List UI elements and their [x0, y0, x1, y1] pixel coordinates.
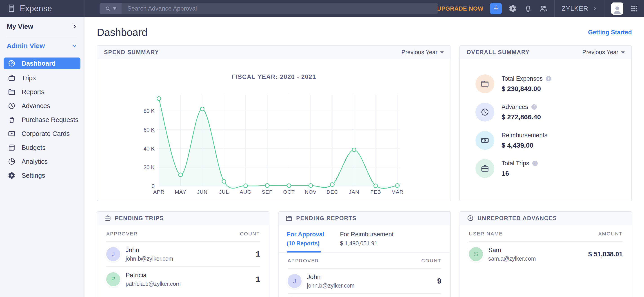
sidebar-item-label: Dashboard [22, 60, 56, 67]
org-switcher[interactable]: ZYLKER [562, 5, 597, 12]
pie-chart-icon [8, 158, 16, 166]
admin-view-label: Admin View [7, 42, 45, 50]
sidebar-item-corporate-cards[interactable]: Corporate Cards [0, 127, 84, 140]
admin-view-toggle[interactable]: Admin View [0, 36, 84, 55]
clock-icon [467, 214, 474, 222]
topbar-divider [604, 0, 604, 17]
bag-icon [8, 116, 16, 124]
approver-name: Patricia [126, 272, 181, 279]
column-user-name: USER NAME [469, 231, 503, 237]
column-amount: AMOUNT [598, 231, 623, 237]
page-title: Dashboard [97, 26, 148, 38]
search-icon [105, 6, 111, 12]
caret-down-icon [621, 52, 625, 54]
app-logo[interactable]: Expense [0, 0, 84, 17]
table-row[interactable]: P Patricia patricia.b@zylker.com 1 [97, 267, 269, 292]
avatar: J [288, 274, 302, 288]
stat-icon-wrap [476, 74, 494, 93]
briefcase-icon [480, 164, 490, 173]
receipt-logo-icon [7, 4, 16, 13]
column-count: COUNT [421, 258, 441, 264]
table-row[interactable]: J John john.b@zylker.com 1 [97, 242, 269, 266]
getting-started-link[interactable]: Getting Started [588, 29, 632, 36]
stat-value: $ 272,866.40 [502, 113, 541, 121]
sidebar-item-label: Budgets [22, 144, 46, 152]
gear-icon[interactable] [508, 4, 517, 13]
sidebar: My View Admin View Dashboard Trips Repor… [0, 17, 84, 297]
my-view-toggle[interactable]: My View [0, 17, 84, 36]
svg-text:OCT: OCT [283, 189, 295, 195]
sidebar-nav: Dashboard Trips Reports Advances Purchas… [0, 58, 84, 182]
tab-label: For Approval [287, 231, 324, 238]
svg-text:20 K: 20 K [144, 164, 154, 170]
topbar-divider [554, 0, 555, 17]
sidebar-item-reports[interactable]: Reports [0, 85, 84, 98]
table-header: USER NAME AMOUNT [460, 231, 632, 237]
stat-icon-wrap [476, 103, 494, 122]
users-icon[interactable] [539, 4, 548, 13]
sidebar-item-trips[interactable]: Trips [0, 72, 84, 84]
spend-period-label: Previous Year [402, 49, 438, 56]
info-icon[interactable]: i [532, 161, 538, 166]
sidebar-item-purchase-requests[interactable]: Purchase Requests [0, 113, 84, 126]
search-scope-dropdown[interactable] [100, 3, 122, 14]
report-count: 9 [437, 277, 441, 285]
user-name: Sam [488, 246, 536, 254]
search-scope-caret-icon [113, 8, 116, 10]
overall-summary-header: OVERALL SUMMARY Previous Year [460, 46, 632, 59]
folder-icon [285, 214, 292, 222]
clock-icon [480, 108, 490, 116]
info-icon[interactable]: i [546, 76, 551, 81]
spend-period-dropdown[interactable]: Previous Year [402, 49, 444, 56]
line-chart: 020 K40 K60 K80 KAPRMAYJUNJULAUGSEPOCTNO… [97, 59, 450, 201]
overall-summary-card: OVERALL SUMMARY Previous Year Total Expe… [459, 45, 632, 201]
svg-text:80 K: 80 K [144, 108, 154, 114]
sidebar-item-settings[interactable]: Settings [0, 169, 84, 182]
approver-name: John [307, 274, 354, 280]
tab-for-approval[interactable]: For Approval (10 Reports) [287, 231, 324, 247]
banknote-icon [480, 136, 490, 145]
folder-icon [480, 79, 490, 88]
app-name: Expense [20, 4, 52, 13]
sidebar-item-analytics[interactable]: Analytics [0, 155, 84, 168]
sidebar-item-label: Corporate Cards [22, 130, 70, 138]
unreported-advances-title: UNREPORTED ADVANCES [478, 215, 557, 222]
gear-icon [8, 172, 16, 180]
apps-grid-icon[interactable] [630, 4, 638, 12]
svg-text:DEC: DEC [326, 189, 338, 195]
column-approver: APPROVER [288, 258, 319, 264]
overall-summary-title: OVERALL SUMMARY [466, 49, 530, 56]
table-row[interactable]: S Sam sam.a@zylker.com $ 51,038.01 [460, 242, 632, 266]
clock-icon [8, 102, 16, 110]
briefcase-icon [8, 74, 16, 82]
chevron-right-icon [592, 6, 597, 11]
table-row[interactable]: J John john.b@zylker.com 9 [279, 269, 450, 294]
search-input[interactable] [122, 5, 438, 12]
svg-text:AUG: AUG [240, 189, 252, 195]
stat-advances: Advancesi $ 272,866.40 [476, 103, 625, 122]
upgrade-now-label: UPGRADE NOW [437, 5, 483, 12]
overall-period-dropdown[interactable]: Previous Year [582, 49, 625, 56]
main-content: Dashboard Getting Started SPEND SUMMARY … [84, 17, 644, 297]
tab-for-reimbursement[interactable]: For Reimbursement $ 1,490,051.91 [340, 231, 394, 247]
avatar: J [106, 247, 120, 261]
tab-sublabel: (10 Reports) [287, 240, 324, 247]
trip-count: 1 [256, 250, 260, 258]
pending-reports-card: PENDING REPORTS For Approval (10 Reports… [278, 211, 451, 297]
stat-label: Advances [502, 104, 528, 110]
sidebar-item-budgets[interactable]: Budgets [0, 141, 84, 154]
stat-icon-wrap [476, 131, 494, 150]
tab-track [279, 252, 450, 252]
sidebar-item-advances[interactable]: Advances [0, 99, 84, 112]
card-star-icon [8, 130, 16, 138]
user-avatar[interactable] [611, 2, 623, 14]
sidebar-item-dashboard[interactable]: Dashboard [4, 58, 80, 69]
info-icon[interactable]: i [532, 104, 537, 110]
quick-create-button[interactable]: + [490, 3, 502, 14]
svg-text:FEB: FEB [370, 189, 381, 195]
stat-value: 16 [502, 170, 538, 177]
global-search [100, 3, 438, 14]
bell-icon[interactable] [524, 4, 532, 13]
avatar: P [106, 272, 120, 286]
overall-period-label: Previous Year [582, 49, 618, 56]
